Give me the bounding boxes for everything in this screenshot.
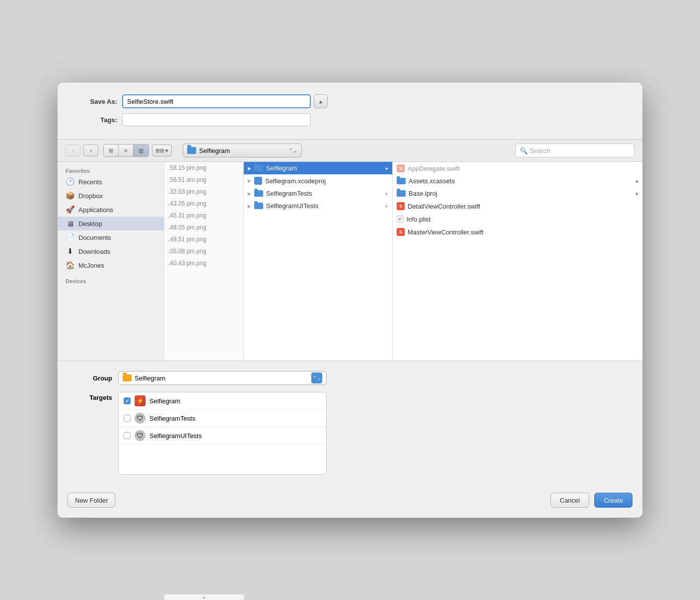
timestamp: .48.05 pm.png [168, 224, 207, 231]
selfiegramtests-target-checkbox[interactable] [124, 415, 131, 422]
list-item[interactable]: .49.51 pm.png [164, 233, 243, 245]
browser-column-desktop: .58.15 pm.png .56.51 am.png .32.03 pm.pn… [164, 162, 244, 361]
timestamp: .43.26 pm.png [168, 200, 207, 207]
timestamp: .32.03 pm.png [168, 188, 207, 195]
group-chevron-icon: ▾ [165, 148, 168, 154]
button-row: New Folder Cancel Create [58, 485, 642, 518]
list-item[interactable]: Assets.xcassets ▸ [393, 175, 642, 187]
timestamp: .56.51 am.png [168, 176, 207, 183]
navigate-right-icon: ▸ [386, 203, 388, 209]
list-item[interactable]: .56.51 am.png [164, 174, 243, 186]
expand-button[interactable]: ▲ [314, 94, 328, 108]
selfiegram-folder-label: Selfiegram [266, 164, 383, 172]
targets-label: Targets [77, 392, 112, 401]
tags-input[interactable] [122, 113, 311, 126]
target-uitest-icon: 🛡 [135, 430, 145, 441]
sidebar-item-applications[interactable]: 🚀 Applications [58, 203, 164, 217]
create-button[interactable]: Create [594, 493, 632, 508]
search-box[interactable]: 🔍 Search [515, 144, 634, 157]
chevron-right-icon: › [90, 148, 92, 153]
timestamp: .05.08 pm.png [168, 248, 207, 255]
location-dropdown[interactable]: Selfiegram ⌃⌄ [183, 144, 302, 157]
folder-icon [254, 190, 263, 197]
chevron-up-icon: ▲ [318, 99, 323, 104]
list-item[interactable]: .05.08 pm.png [164, 245, 243, 257]
cancel-button[interactable]: Cancel [551, 493, 589, 508]
timestamp: .40.43 pm.png [168, 260, 207, 267]
save-as-row: Save As: ▲ [77, 94, 623, 108]
selfiegramuitests-target-checkbox[interactable] [124, 432, 131, 439]
folder-icon [254, 203, 263, 209]
list-item[interactable]: .45.31 pm.png [164, 210, 243, 222]
sidebar-item-recents[interactable]: 🕐 Recents [58, 175, 164, 189]
desktop-icon: 🖥 [66, 219, 74, 228]
group-dropdown-arrow-icon: ⌃⌄ [311, 373, 322, 383]
list-item[interactable]: .58.15 pm.png [164, 162, 243, 174]
list-item[interactable]: .40.43 pm.png [164, 257, 243, 269]
list-view-icon: ≡ [124, 148, 127, 153]
swift-file-icon: S [397, 202, 405, 210]
sidebar-item-mcjones[interactable]: 🏠 McJones [58, 258, 164, 272]
selfiegramtests-target-label: SelfiegramTests [149, 415, 195, 422]
selfiegram-folder-icon [254, 165, 263, 171]
navigate-right-icon: ▸ [386, 165, 388, 171]
table-row: ⚡ Selfiegram [119, 392, 326, 410]
view-buttons: ⊞ ≡ ▥ [103, 144, 149, 157]
column-view-button[interactable]: ▥ [134, 145, 148, 156]
assets-label: Assets.xcassets [409, 177, 633, 185]
sidebar-item-applications-label: Applications [78, 206, 113, 214]
targets-row: Targets ⚡ Selfiegram 🛡 SelfiegramTests � [77, 392, 623, 475]
list-item[interactable]: S DetailViewController.swift [393, 200, 642, 213]
list-item[interactable]: .48.05 pm.png [164, 222, 243, 233]
icon-view-icon: ⊞ [109, 148, 113, 154]
baselproj-label: Base.lproj [409, 190, 633, 197]
sidebar-item-dropbox[interactable]: 📦 Dropbox [58, 189, 164, 203]
main-content: Favorites 🕐 Recents 📦 Dropbox 🚀 Applicat… [58, 162, 642, 361]
selfiegram-target-checkbox[interactable] [124, 397, 131, 404]
plist-file-icon: P [397, 215, 404, 223]
list-item[interactable]: S MasterViewController.swift [393, 225, 642, 238]
search-icon: 🔍 [520, 147, 528, 154]
list-item[interactable]: ▶ SelfiegramTests ▸ [244, 187, 392, 200]
list-item[interactable]: .32.03 pm.png [164, 186, 243, 198]
list-item[interactable]: ▶ SelfiegramUITests ▸ [244, 200, 392, 212]
list-item[interactable]: Base.lproj ▸ [393, 187, 642, 200]
icon-view-button[interactable]: ⊞ [104, 145, 119, 156]
list-item[interactable]: ▶ Selfiegram.xcodeproj [244, 174, 392, 187]
sidebar-item-downloads[interactable]: ⬇ Downloads [58, 244, 164, 258]
list-item[interactable]: .43.26 pm.png [164, 198, 243, 210]
save-as-input[interactable] [122, 94, 311, 108]
back-button[interactable]: ‹ [66, 145, 80, 156]
new-folder-button[interactable]: New Folder [68, 493, 115, 508]
sidebar-item-desktop[interactable]: 🖥 Desktop [58, 217, 164, 230]
chevron-right-expand-icon: ▶ [248, 178, 251, 183]
chevron-right-expand-icon: ▶ [248, 191, 251, 196]
xcodeproj-label: Selfiegram.xcodeproj [265, 177, 388, 185]
bottom-section: Group Selfiegram ⌃⌄ Targets ⚡ Selfiegram [58, 361, 642, 485]
appdelegate-label: AppDelegate.swift [408, 165, 638, 172]
tags-label: Tags: [77, 116, 117, 124]
toolbar: ‹ › ⊞ ≡ ▥ ⊞⊞ ▾ Selfiegram ⌃⌄ 🔍 Sea [58, 139, 642, 162]
mcjones-icon: 🏠 [66, 261, 74, 270]
chevron-right-expand-icon: ▶ [248, 204, 251, 209]
navigate-right-icon: ▸ [636, 191, 638, 196]
navigate-right-icon: ▸ [386, 191, 388, 196]
sidebar-item-dropbox-label: Dropbox [78, 192, 103, 200]
sidebar-item-documents[interactable]: 📄 Documents [58, 230, 164, 244]
list-item[interactable]: S AppDelegate.swift [393, 162, 642, 175]
forward-button[interactable]: › [83, 145, 98, 156]
location-chevron-icon: ⌃⌄ [288, 148, 297, 154]
folder-icon [397, 178, 406, 184]
group-view-button[interactable]: ⊞⊞ ▾ [152, 145, 172, 156]
sidebar-item-downloads-label: Downloads [78, 248, 110, 255]
group-row: Group Selfiegram ⌃⌄ [77, 371, 623, 385]
sidebar-item-recents-label: Recents [78, 178, 102, 186]
tags-row: Tags: [77, 113, 623, 126]
group-dropdown[interactable]: Selfiegram ⌃⌄ [118, 371, 327, 385]
list-view-button[interactable]: ≡ [119, 145, 134, 156]
infoplist-label: Info.plist [407, 216, 638, 223]
sidebar-item-documents-label: Documents [78, 234, 111, 241]
list-item[interactable]: P Info.plist [393, 213, 642, 225]
list-item[interactable]: ▶ Selfiegram ▸ [244, 162, 392, 174]
documents-icon: 📄 [66, 233, 74, 242]
